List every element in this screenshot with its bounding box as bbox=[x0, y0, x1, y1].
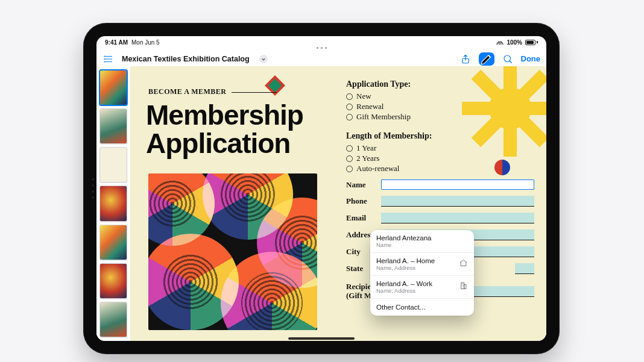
email-label: Email bbox=[346, 213, 377, 223]
kicker-heading: BECOME A MEMBER bbox=[148, 87, 277, 96]
svg-rect-5 bbox=[461, 283, 464, 289]
length-heading: Length of Membership: bbox=[346, 131, 534, 141]
ipad-device-frame: 9:41 AM Mon Jun 5 100% Mexican Textiles … bbox=[83, 23, 560, 354]
battery-percent: 100% bbox=[507, 39, 522, 46]
thumbnail-page[interactable] bbox=[99, 108, 127, 144]
zip-field[interactable] bbox=[515, 263, 534, 274]
thumbnail-page[interactable] bbox=[99, 225, 127, 260]
sidebar-toggle-icon[interactable] bbox=[103, 53, 115, 65]
done-button[interactable]: Done bbox=[521, 54, 541, 63]
wifi-icon bbox=[496, 39, 504, 46]
thumbnail-page[interactable] bbox=[99, 186, 127, 221]
radio-option-auto[interactable]: Auto-renewal bbox=[346, 164, 534, 173]
radio-option-renewal[interactable]: Renewal bbox=[346, 102, 534, 111]
autofill-other-contact[interactable]: Other Contact... bbox=[370, 298, 474, 316]
building-icon bbox=[459, 281, 468, 293]
status-bar: 9:41 AM Mon Jun 5 100% bbox=[96, 36, 546, 47]
thumbnail-page[interactable] bbox=[99, 302, 127, 337]
heading-line: Membership bbox=[146, 101, 303, 130]
state-label: State bbox=[346, 264, 367, 273]
status-date: Mon Jun 5 bbox=[131, 39, 160, 46]
name-label: Name bbox=[346, 180, 377, 190]
svg-point-1 bbox=[104, 58, 105, 59]
svg-rect-6 bbox=[464, 285, 466, 289]
radio-option-1year[interactable]: 1 Year bbox=[346, 143, 534, 153]
document-page[interactable]: BECOME A MEMBER Membership Application A… bbox=[130, 66, 546, 341]
name-field[interactable] bbox=[381, 179, 534, 190]
page-thumbnails[interactable] bbox=[96, 66, 130, 341]
search-page-icon[interactable] bbox=[502, 53, 514, 65]
thumbnail-page[interactable] bbox=[99, 70, 127, 105]
thumbnail-page[interactable] bbox=[99, 147, 127, 183]
page-heading: Membership Application bbox=[146, 101, 303, 158]
textile-art-image bbox=[148, 173, 317, 330]
share-icon[interactable] bbox=[459, 53, 472, 65]
screen: 9:41 AM Mon Jun 5 100% Mexican Textiles … bbox=[96, 36, 546, 341]
radio-option-new[interactable]: New bbox=[346, 92, 534, 101]
email-field[interactable] bbox=[381, 213, 534, 223]
autofill-option[interactable]: Herland A. – HomeName, Address bbox=[370, 252, 474, 275]
application-type-heading: Application Type: bbox=[346, 80, 534, 89]
radio-option-gift[interactable]: Gift Membership bbox=[346, 112, 534, 122]
markup-button[interactable] bbox=[479, 52, 494, 66]
title-menu-chevron-icon[interactable] bbox=[259, 55, 268, 63]
thumbnail-page[interactable] bbox=[99, 263, 127, 299]
app-toolbar: Mexican Textiles Exhibition Catalog bbox=[96, 50, 546, 68]
svg-point-0 bbox=[104, 56, 105, 57]
status-time: 9:41 AM bbox=[105, 39, 128, 46]
home-icon bbox=[459, 258, 468, 270]
autofill-option[interactable]: Herland A. – WorkName, Address bbox=[370, 275, 474, 298]
home-indicator[interactable] bbox=[288, 337, 355, 340]
svg-point-4 bbox=[504, 55, 511, 62]
autofill-option[interactable]: Herland AntezanaName bbox=[370, 230, 474, 252]
phone-label: Phone bbox=[346, 196, 377, 206]
heading-line: Application bbox=[146, 130, 303, 158]
document-title[interactable]: Mexican Textiles Exhibition Catalog bbox=[122, 55, 250, 63]
battery-icon bbox=[525, 40, 538, 45]
svg-point-2 bbox=[104, 61, 105, 62]
radio-option-2years[interactable]: 2 Years bbox=[346, 154, 534, 163]
autofill-dropdown: Herland AntezanaName Herland A. – HomeNa… bbox=[370, 230, 474, 316]
phone-field[interactable] bbox=[381, 196, 534, 207]
